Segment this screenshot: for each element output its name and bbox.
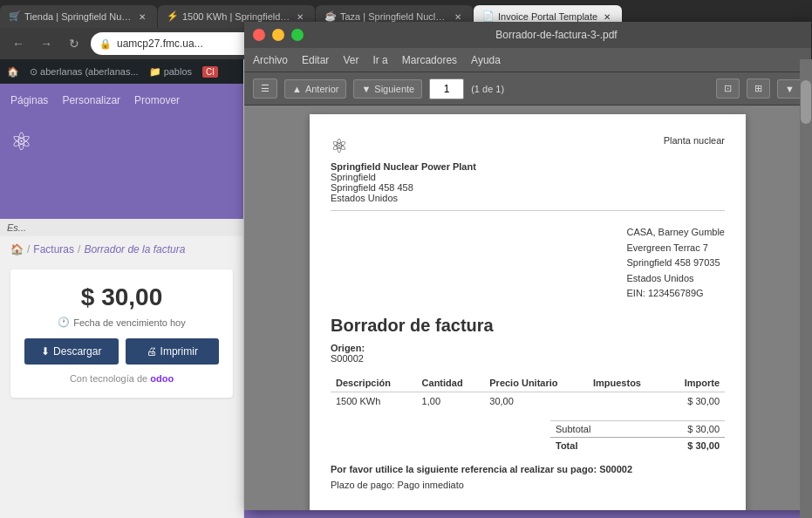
tab-close-2[interactable]: ✕ xyxy=(294,10,306,23)
origin-row: Origen: S00002 xyxy=(331,343,725,364)
invoice-due: 🕐 Fecha de vencimiento hoy xyxy=(24,317,219,328)
menu-marcadores[interactable]: Marcadores xyxy=(402,54,457,66)
breadcrumb-sep-2: / xyxy=(78,243,80,256)
fit-page-button[interactable]: ⊡ xyxy=(716,78,740,99)
scrollbar-thumb[interactable] xyxy=(801,80,811,124)
download-button[interactable]: ⬇ Descargar xyxy=(24,338,119,365)
next-label: Siguiente xyxy=(374,84,414,94)
table-row: 1500 KWh 1,00 30,00 $ 30,00 xyxy=(331,392,725,410)
print-button[interactable]: 🖨 Imprimir xyxy=(126,338,220,365)
menu-editar[interactable]: Editar xyxy=(302,54,329,66)
powered-text: Con tecnología de xyxy=(70,373,147,384)
totals-area: Subtotal $ 30,00 Total $ 30,00 xyxy=(331,420,725,453)
up-arrow-icon: ▲ xyxy=(292,84,302,94)
company-country: Estados Unidos xyxy=(331,193,476,203)
plant-label: Planta nuclear xyxy=(664,135,725,146)
page-info: (1 de 1) xyxy=(471,84,504,94)
subtotal-label: Subtotal xyxy=(556,424,590,434)
forward-button[interactable]: → xyxy=(35,32,58,55)
tab-close-3[interactable]: ✕ xyxy=(452,10,464,23)
tab-close-4[interactable]: ✕ xyxy=(601,10,613,23)
down-arrow-icon: ▼ xyxy=(361,84,371,94)
select-tool-button[interactable]: ☰ xyxy=(253,78,277,99)
page-number-input[interactable] xyxy=(429,78,464,99)
tab-favicon-3: ☕ xyxy=(324,10,337,23)
tab-label-4: Invoice Portal Template xyxy=(498,11,597,22)
origin-value: S00002 xyxy=(331,353,364,364)
billing-country: Estados Unidos xyxy=(627,271,726,287)
menu-ayuda[interactable]: Ayuda xyxy=(471,54,501,66)
reload-button[interactable]: ↻ xyxy=(63,32,85,55)
more-options-button[interactable]: ▼ xyxy=(777,79,802,99)
powered-by: Con tecnología de odoo xyxy=(24,373,219,384)
pdf-toolbar: ☰ ▲ Anterior ▼ Siguiente (1 de 1) ⊡ ⊞ ▼ xyxy=(244,72,811,106)
breadcrumb-sep-1: / xyxy=(27,243,30,256)
payment-terms: Plazo de pago: Pago inmediato xyxy=(331,480,725,490)
pdf-close-button[interactable] xyxy=(253,29,265,41)
back-button[interactable]: ← xyxy=(7,32,30,55)
atom-icon: ⚛ xyxy=(10,127,32,156)
address-text: uamcp27.fmc.ua... xyxy=(117,37,203,50)
payment-ref-value: S00002 xyxy=(599,464,632,474)
prev-label: Anterior xyxy=(305,84,339,94)
billing-info: CASA, Barney Gumble Evergreen Terrac 7 S… xyxy=(627,225,726,302)
row-amount: $ 30,00 xyxy=(665,392,725,410)
col-desc: Descripción xyxy=(331,374,417,392)
subtotal-row: Subtotal $ 30,00 xyxy=(550,420,725,437)
tab-tienda[interactable]: 🛒 Tienda | Springfield Nucle... ✕ xyxy=(0,5,157,28)
clock-icon: 🕐 xyxy=(58,317,70,328)
tab-favicon-4: 📄 xyxy=(482,10,495,23)
breadcrumb-facturas[interactable]: Facturas xyxy=(33,243,74,256)
pdf-viewer: Borrador-de-factura-3-.pdf Archivo Edita… xyxy=(244,22,811,510)
odoo-brand: odoo xyxy=(150,373,174,384)
col-amount: Importe xyxy=(665,374,725,392)
prev-page-button[interactable]: ▲ Anterior xyxy=(284,79,346,99)
next-page-button[interactable]: ▼ Siguiente xyxy=(353,79,422,99)
billing-city: Springfield 458 97035 xyxy=(627,256,726,271)
admin-home-icon[interactable]: 🏠 xyxy=(7,66,19,78)
zoom-button[interactable]: ⊞ xyxy=(747,78,770,99)
pdf-header: ⚛ Springfield Nuclear Power Plant Spring… xyxy=(331,135,725,211)
pdf-maximize-button[interactable] xyxy=(291,29,304,41)
print-icon: 🖨 xyxy=(147,345,157,358)
origin-label: Origen: xyxy=(331,343,365,353)
download-label: Descargar xyxy=(53,345,101,358)
action-buttons: ⬇ Descargar 🖨 Imprimir xyxy=(24,338,219,365)
admin-bar: 🏠 ⊙ aberlanas (aberlanas... 📁 pablos CI xyxy=(0,59,243,84)
col-qty: Cantidad xyxy=(417,374,485,392)
tab-label-2: 1500 KWh | Springfield Nu... xyxy=(182,11,290,22)
subtotal-value: $ 30,00 xyxy=(687,424,720,434)
nav-promover[interactable]: Promover xyxy=(134,89,180,112)
company-name: Springfield Nuclear Power Plant xyxy=(331,161,476,172)
payment-ref: Por favor utilice la siguiente referenci… xyxy=(331,464,725,474)
admin-user[interactable]: ⊙ aberlanas (aberlanas... xyxy=(30,66,139,78)
tab-favicon-1: 🛒 xyxy=(9,10,21,23)
payment-ref-prefix: Por favor utilice la siguiente referenci… xyxy=(331,464,597,474)
tab-close-1[interactable]: ✕ xyxy=(136,10,148,23)
row-desc: 1500 KWh xyxy=(331,392,417,410)
menu-archivo[interactable]: Archivo xyxy=(253,54,288,66)
breadcrumb-home-icon[interactable]: 🏠 xyxy=(10,243,24,256)
pdf-menu-bar: Archivo Editar Ver Ir a Marcadores Ayuda xyxy=(244,48,811,72)
col-tax: Impuestos xyxy=(588,374,665,392)
pdf-page: ⚛ Springfield Nuclear Power Plant Spring… xyxy=(310,114,746,510)
nav-paginas[interactable]: Páginas xyxy=(10,89,48,112)
company-city: Springfield xyxy=(331,172,476,182)
total-label: Total xyxy=(556,440,577,451)
print-label: Imprimir xyxy=(160,345,198,358)
admin-folder[interactable]: 📁 pablos xyxy=(149,66,192,78)
lock-icon: 🔒 xyxy=(99,38,112,50)
row-tax xyxy=(588,392,665,410)
nav-personalizar[interactable]: Personalizar xyxy=(62,89,120,112)
pdf-minimize-button[interactable] xyxy=(272,29,284,41)
menu-ira[interactable]: Ir a xyxy=(372,54,387,66)
due-text: Fecha de vencimiento hoy xyxy=(73,317,185,328)
scrollbar-track[interactable] xyxy=(800,59,812,518)
total-row: Total $ 30,00 xyxy=(550,437,725,453)
invoice-title: Borrador de factura xyxy=(331,316,725,336)
menu-ver[interactable]: Ver xyxy=(343,54,358,66)
admin-ci[interactable]: CI xyxy=(202,66,218,78)
tab-label-1: Tienda | Springfield Nucle... xyxy=(24,11,133,22)
pdf-content-area[interactable]: ⚛ Springfield Nuclear Power Plant Spring… xyxy=(244,106,811,510)
invoice-card: $ 30,00 🕐 Fecha de vencimiento hoy ⬇ Des… xyxy=(10,269,233,398)
